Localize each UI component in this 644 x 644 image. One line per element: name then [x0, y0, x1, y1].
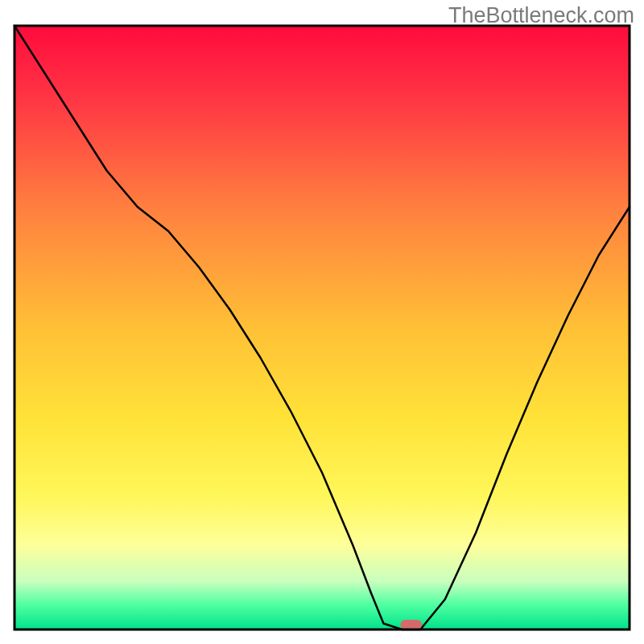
watermark-text: TheBottleneck.com: [448, 3, 634, 28]
bottleneck-chart: [0, 0, 644, 644]
chart-container: TheBottleneck.com: [0, 0, 644, 644]
optimum-marker: [400, 620, 422, 630]
chart-background: [14, 26, 630, 630]
